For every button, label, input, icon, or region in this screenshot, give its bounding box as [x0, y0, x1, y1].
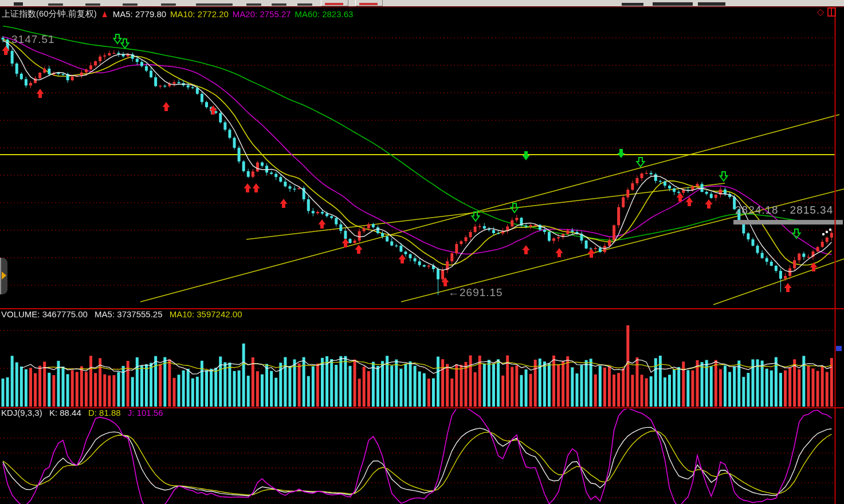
kdj-pane[interactable] [0, 409, 835, 504]
top-menubar [0, 0, 844, 7]
high-price-label: 3147.51 [11, 33, 55, 46]
trade-button[interactable] [355, 0, 383, 6]
restore-window-icon[interactable] [827, 7, 836, 17]
expand-arrow-icon [2, 271, 6, 279]
kdj-header: KDJ(9,3,3) K: 88.44 D: 81.88 J: 101.56 [1, 408, 168, 418]
menu-item[interactable] [161, 3, 176, 6]
toolbar-widget[interactable] [653, 2, 693, 6]
menu-item[interactable] [272, 3, 286, 6]
order-button[interactable] [321, 0, 348, 6]
kdj-name: KDJ(9,3,3) [1, 408, 42, 418]
volume-ma5-value: MA5: 3737555.25 [95, 309, 162, 319]
left-arrow-icon: ← [448, 286, 460, 298]
chart-header: 上证指数(60分钟.前复权) ▲ MA5: 2779.80 MA10: 2772… [2, 8, 841, 19]
symbol-title: 上证指数(60分钟.前复权) [2, 9, 97, 19]
trading-app-window: 上证指数(60分钟.前复权) ▲ MA5: 2779.80 MA10: 2772… [0, 0, 844, 504]
toolbar-widget[interactable] [698, 2, 725, 6]
menu-item[interactable] [297, 3, 312, 6]
pane-window-controls: ◇ [817, 7, 836, 17]
volume-header: VOLUME: 3467775.00 MA5: 3737555.25 MA10:… [1, 309, 247, 319]
ma60-value: MA60: 2823.63 [295, 9, 354, 19]
ma10-value: MA10: 2772.20 [170, 9, 229, 19]
candlestick-pane[interactable] [0, 21, 835, 308]
menu-item[interactable] [123, 3, 138, 6]
volume-pane[interactable] [0, 320, 835, 407]
kdj-k-value: K: 88.44 [49, 408, 81, 418]
menu-item[interactable] [48, 3, 63, 6]
kdj-j-value: J: 101.56 [128, 408, 163, 418]
volume-value: VOLUME: 3467775.00 [1, 309, 88, 319]
diamond-icon[interactable]: ◇ [817, 7, 824, 17]
volume-ma10-value: MA10: 3597242.00 [170, 309, 242, 319]
toolbar-widget[interactable] [622, 3, 643, 6]
trend-up-icon: ▲ [101, 8, 109, 19]
sidebar-expander[interactable] [0, 258, 7, 294]
menu-item[interactable] [196, 3, 233, 6]
gap-range-label: 2824.18 - 2815.34 [735, 204, 833, 216]
app-menu-icon[interactable] [14, 2, 23, 6]
low-price-label: ←2691.15 [448, 286, 503, 299]
ma5-value: MA5: 2779.80 [113, 9, 166, 19]
menu-item[interactable] [85, 3, 100, 6]
ma20-value: MA20: 2755.27 [233, 9, 291, 19]
kdj-d-value: D: 81.88 [88, 408, 121, 418]
menu-item[interactable] [246, 3, 261, 6]
